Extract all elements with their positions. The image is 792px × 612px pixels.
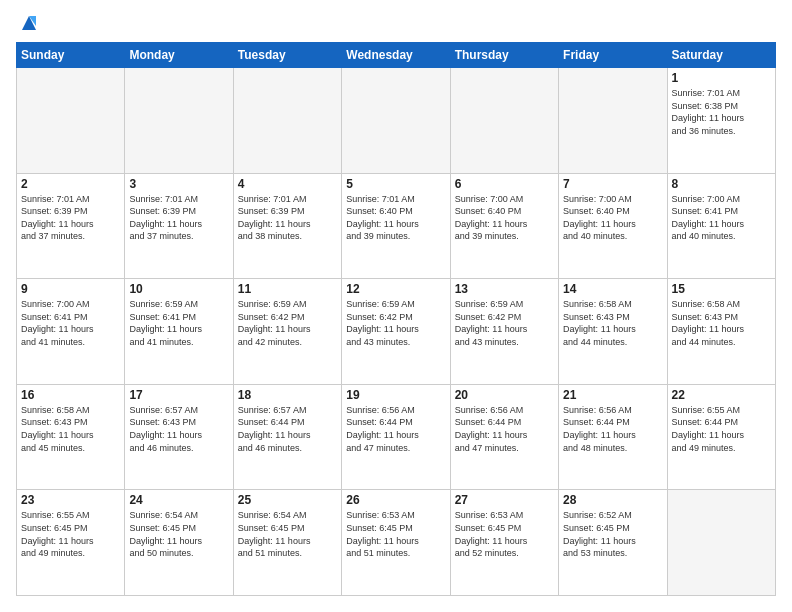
calendar-week-row: 23Sunrise: 6:55 AM Sunset: 6:45 PM Dayli… <box>17 490 776 596</box>
day-number: 27 <box>455 493 554 507</box>
calendar-cell <box>342 68 450 174</box>
calendar-cell: 19Sunrise: 6:56 AM Sunset: 6:44 PM Dayli… <box>342 384 450 490</box>
calendar-week-row: 9Sunrise: 7:00 AM Sunset: 6:41 PM Daylig… <box>17 279 776 385</box>
day-number: 7 <box>563 177 662 191</box>
calendar-cell: 18Sunrise: 6:57 AM Sunset: 6:44 PM Dayli… <box>233 384 341 490</box>
logo-icon <box>18 12 40 34</box>
day-number: 17 <box>129 388 228 402</box>
calendar-cell: 28Sunrise: 6:52 AM Sunset: 6:45 PM Dayli… <box>559 490 667 596</box>
day-number: 12 <box>346 282 445 296</box>
day-info: Sunrise: 6:58 AM Sunset: 6:43 PM Dayligh… <box>672 298 771 348</box>
day-number: 15 <box>672 282 771 296</box>
day-number: 3 <box>129 177 228 191</box>
calendar-week-row: 2Sunrise: 7:01 AM Sunset: 6:39 PM Daylig… <box>17 173 776 279</box>
calendar-cell: 3Sunrise: 7:01 AM Sunset: 6:39 PM Daylig… <box>125 173 233 279</box>
calendar-cell: 14Sunrise: 6:58 AM Sunset: 6:43 PM Dayli… <box>559 279 667 385</box>
day-number: 20 <box>455 388 554 402</box>
day-info: Sunrise: 6:56 AM Sunset: 6:44 PM Dayligh… <box>346 404 445 454</box>
day-number: 24 <box>129 493 228 507</box>
day-number: 10 <box>129 282 228 296</box>
calendar-header-row: SundayMondayTuesdayWednesdayThursdayFrid… <box>17 43 776 68</box>
day-number: 8 <box>672 177 771 191</box>
day-info: Sunrise: 6:57 AM Sunset: 6:43 PM Dayligh… <box>129 404 228 454</box>
calendar-cell <box>450 68 558 174</box>
day-info: Sunrise: 6:58 AM Sunset: 6:43 PM Dayligh… <box>563 298 662 348</box>
calendar-cell: 25Sunrise: 6:54 AM Sunset: 6:45 PM Dayli… <box>233 490 341 596</box>
day-info: Sunrise: 6:53 AM Sunset: 6:45 PM Dayligh… <box>346 509 445 559</box>
calendar-cell: 17Sunrise: 6:57 AM Sunset: 6:43 PM Dayli… <box>125 384 233 490</box>
day-info: Sunrise: 7:01 AM Sunset: 6:39 PM Dayligh… <box>129 193 228 243</box>
day-number: 1 <box>672 71 771 85</box>
calendar-cell: 9Sunrise: 7:00 AM Sunset: 6:41 PM Daylig… <box>17 279 125 385</box>
calendar-cell: 1Sunrise: 7:01 AM Sunset: 6:38 PM Daylig… <box>667 68 775 174</box>
calendar-cell: 4Sunrise: 7:01 AM Sunset: 6:39 PM Daylig… <box>233 173 341 279</box>
calendar-cell: 11Sunrise: 6:59 AM Sunset: 6:42 PM Dayli… <box>233 279 341 385</box>
day-number: 14 <box>563 282 662 296</box>
calendar-week-row: 1Sunrise: 7:01 AM Sunset: 6:38 PM Daylig… <box>17 68 776 174</box>
day-number: 21 <box>563 388 662 402</box>
day-info: Sunrise: 7:01 AM Sunset: 6:38 PM Dayligh… <box>672 87 771 137</box>
calendar-cell: 8Sunrise: 7:00 AM Sunset: 6:41 PM Daylig… <box>667 173 775 279</box>
day-info: Sunrise: 6:59 AM Sunset: 6:42 PM Dayligh… <box>346 298 445 348</box>
calendar-cell: 7Sunrise: 7:00 AM Sunset: 6:40 PM Daylig… <box>559 173 667 279</box>
day-number: 9 <box>21 282 120 296</box>
calendar-cell <box>125 68 233 174</box>
calendar-cell: 10Sunrise: 6:59 AM Sunset: 6:41 PM Dayli… <box>125 279 233 385</box>
calendar-cell: 16Sunrise: 6:58 AM Sunset: 6:43 PM Dayli… <box>17 384 125 490</box>
day-number: 13 <box>455 282 554 296</box>
weekday-header-friday: Friday <box>559 43 667 68</box>
day-number: 4 <box>238 177 337 191</box>
day-info: Sunrise: 6:54 AM Sunset: 6:45 PM Dayligh… <box>238 509 337 559</box>
calendar-cell: 15Sunrise: 6:58 AM Sunset: 6:43 PM Dayli… <box>667 279 775 385</box>
calendar-cell <box>233 68 341 174</box>
calendar-cell: 26Sunrise: 6:53 AM Sunset: 6:45 PM Dayli… <box>342 490 450 596</box>
day-info: Sunrise: 6:58 AM Sunset: 6:43 PM Dayligh… <box>21 404 120 454</box>
day-info: Sunrise: 6:52 AM Sunset: 6:45 PM Dayligh… <box>563 509 662 559</box>
day-info: Sunrise: 6:59 AM Sunset: 6:42 PM Dayligh… <box>455 298 554 348</box>
weekday-header-thursday: Thursday <box>450 43 558 68</box>
weekday-header-sunday: Sunday <box>17 43 125 68</box>
page: SundayMondayTuesdayWednesdayThursdayFrid… <box>0 0 792 612</box>
day-number: 23 <box>21 493 120 507</box>
day-info: Sunrise: 6:56 AM Sunset: 6:44 PM Dayligh… <box>455 404 554 454</box>
calendar-cell: 21Sunrise: 6:56 AM Sunset: 6:44 PM Dayli… <box>559 384 667 490</box>
day-info: Sunrise: 7:01 AM Sunset: 6:40 PM Dayligh… <box>346 193 445 243</box>
calendar-cell: 20Sunrise: 6:56 AM Sunset: 6:44 PM Dayli… <box>450 384 558 490</box>
day-info: Sunrise: 6:59 AM Sunset: 6:42 PM Dayligh… <box>238 298 337 348</box>
calendar-cell: 6Sunrise: 7:00 AM Sunset: 6:40 PM Daylig… <box>450 173 558 279</box>
weekday-header-monday: Monday <box>125 43 233 68</box>
day-number: 11 <box>238 282 337 296</box>
day-number: 19 <box>346 388 445 402</box>
day-number: 25 <box>238 493 337 507</box>
day-info: Sunrise: 6:57 AM Sunset: 6:44 PM Dayligh… <box>238 404 337 454</box>
day-number: 22 <box>672 388 771 402</box>
day-info: Sunrise: 6:56 AM Sunset: 6:44 PM Dayligh… <box>563 404 662 454</box>
day-info: Sunrise: 6:53 AM Sunset: 6:45 PM Dayligh… <box>455 509 554 559</box>
day-info: Sunrise: 7:01 AM Sunset: 6:39 PM Dayligh… <box>238 193 337 243</box>
day-info: Sunrise: 7:00 AM Sunset: 6:40 PM Dayligh… <box>455 193 554 243</box>
day-number: 16 <box>21 388 120 402</box>
calendar-week-row: 16Sunrise: 6:58 AM Sunset: 6:43 PM Dayli… <box>17 384 776 490</box>
day-number: 28 <box>563 493 662 507</box>
calendar-cell: 27Sunrise: 6:53 AM Sunset: 6:45 PM Dayli… <box>450 490 558 596</box>
day-info: Sunrise: 7:00 AM Sunset: 6:41 PM Dayligh… <box>672 193 771 243</box>
calendar-cell <box>559 68 667 174</box>
day-info: Sunrise: 7:00 AM Sunset: 6:41 PM Dayligh… <box>21 298 120 348</box>
weekday-header-tuesday: Tuesday <box>233 43 341 68</box>
calendar-cell: 24Sunrise: 6:54 AM Sunset: 6:45 PM Dayli… <box>125 490 233 596</box>
calendar-cell: 5Sunrise: 7:01 AM Sunset: 6:40 PM Daylig… <box>342 173 450 279</box>
calendar-cell: 2Sunrise: 7:01 AM Sunset: 6:39 PM Daylig… <box>17 173 125 279</box>
logo <box>16 16 40 32</box>
calendar-cell <box>667 490 775 596</box>
calendar-cell: 23Sunrise: 6:55 AM Sunset: 6:45 PM Dayli… <box>17 490 125 596</box>
day-number: 5 <box>346 177 445 191</box>
day-info: Sunrise: 6:54 AM Sunset: 6:45 PM Dayligh… <box>129 509 228 559</box>
day-info: Sunrise: 6:59 AM Sunset: 6:41 PM Dayligh… <box>129 298 228 348</box>
day-info: Sunrise: 7:00 AM Sunset: 6:40 PM Dayligh… <box>563 193 662 243</box>
calendar-cell <box>17 68 125 174</box>
header <box>16 16 776 32</box>
calendar-cell: 13Sunrise: 6:59 AM Sunset: 6:42 PM Dayli… <box>450 279 558 385</box>
weekday-header-wednesday: Wednesday <box>342 43 450 68</box>
day-info: Sunrise: 6:55 AM Sunset: 6:44 PM Dayligh… <box>672 404 771 454</box>
day-number: 18 <box>238 388 337 402</box>
